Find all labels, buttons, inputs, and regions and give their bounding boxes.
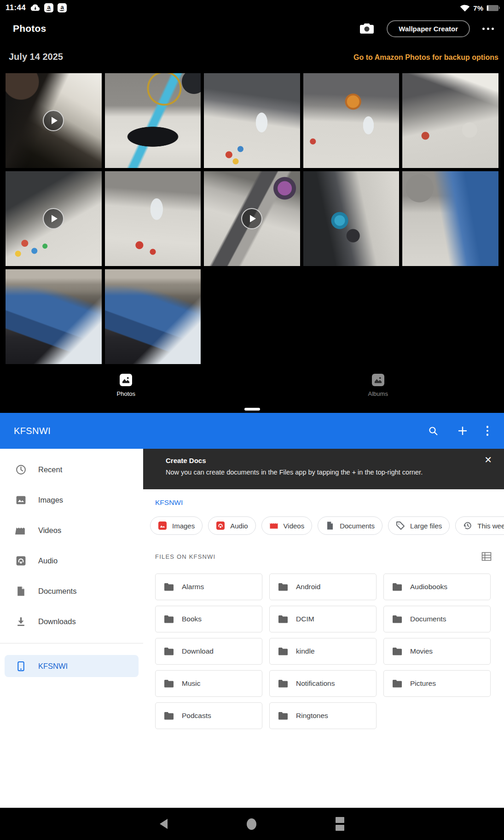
recents-icon[interactable] bbox=[336, 817, 344, 831]
close-icon[interactable]: ✕ bbox=[484, 455, 492, 464]
files-title: KFSNWI bbox=[14, 426, 51, 436]
tab-photos[interactable]: Photos bbox=[0, 374, 252, 407]
sidebar-item-recent[interactable]: Recent bbox=[0, 454, 143, 485]
photo-thumbnail-video[interactable] bbox=[6, 73, 102, 168]
images-chip-icon bbox=[158, 521, 167, 530]
sidebar-item-label: Videos bbox=[38, 526, 61, 535]
chip-videos[interactable]: Videos bbox=[261, 516, 313, 535]
history-icon bbox=[463, 521, 472, 530]
folder-item[interactable]: kindle bbox=[269, 638, 377, 665]
sidebar-item-videos[interactable]: Videos bbox=[0, 515, 143, 545]
filter-chips: Images Audio Videos bbox=[150, 516, 504, 535]
tablet-icon bbox=[15, 660, 27, 672]
search-icon[interactable] bbox=[428, 425, 439, 436]
files-app: KFSNWI Recent Images bbox=[0, 413, 504, 808]
section-label: FILES ON KFSNWI bbox=[155, 553, 215, 560]
photo-thumbnail[interactable] bbox=[105, 73, 201, 168]
audio-icon bbox=[15, 555, 27, 567]
photo-thumbnail[interactable] bbox=[105, 269, 201, 364]
folder-item[interactable]: Ringtones bbox=[269, 702, 377, 729]
photos-tab-bar: Photos Albums bbox=[0, 374, 504, 407]
folder-item[interactable]: Documents bbox=[383, 606, 491, 632]
kebab-menu-icon[interactable] bbox=[487, 426, 489, 436]
files-sidebar: Recent Images Videos Audio bbox=[0, 449, 143, 808]
page-title: Photos bbox=[13, 23, 46, 34]
folder-item[interactable]: Android bbox=[269, 574, 377, 600]
files-content: Create Docs Now you can create documents… bbox=[143, 449, 504, 808]
folder-item[interactable]: Movies bbox=[383, 638, 491, 665]
documents-chip-icon bbox=[325, 521, 335, 530]
photo-thumbnail[interactable] bbox=[204, 73, 300, 168]
sidebar-item-label: Images bbox=[38, 496, 63, 504]
sidebar-item-documents[interactable]: Documents bbox=[0, 576, 143, 606]
sidebar-divider bbox=[0, 643, 143, 643]
home-icon[interactable] bbox=[247, 818, 256, 830]
split-screen-handle[interactable] bbox=[244, 408, 260, 411]
folder-item[interactable]: Pictures bbox=[383, 670, 491, 697]
date-header: July 14 2025 bbox=[9, 52, 63, 62]
photos-header: Photos Wallpaper Creator bbox=[0, 17, 504, 41]
status-bar: 11:44 a a 7% bbox=[0, 2, 504, 14]
clock-time: 11:44 bbox=[6, 3, 26, 12]
plus-icon[interactable] bbox=[457, 425, 468, 436]
sidebar-item-label: Downloads bbox=[38, 617, 76, 626]
folder-item[interactable]: DCIM bbox=[269, 606, 377, 632]
play-icon bbox=[43, 208, 64, 229]
video-icon bbox=[15, 525, 27, 536]
list-view-icon[interactable] bbox=[481, 552, 492, 561]
files-appbar: KFSNWI bbox=[0, 413, 504, 449]
photo-thumbnail-video[interactable] bbox=[6, 171, 102, 266]
videos-chip-icon bbox=[269, 521, 278, 530]
tab-label: Albums bbox=[368, 390, 388, 397]
folder-item[interactable]: Books bbox=[155, 606, 262, 632]
create-docs-banner: Create Docs Now you can create documents… bbox=[143, 449, 504, 489]
chip-this-week[interactable]: This week bbox=[455, 516, 504, 535]
sidebar-item-label: Audio bbox=[38, 556, 58, 565]
albums-tab-icon bbox=[372, 374, 384, 386]
banner-body: Now you can create documents in the File… bbox=[166, 469, 472, 476]
photos-tab-icon bbox=[120, 374, 132, 386]
photo-thumbnail[interactable] bbox=[303, 73, 400, 168]
document-icon bbox=[15, 585, 27, 597]
image-icon bbox=[15, 494, 27, 506]
backup-options-link[interactable]: Go to Amazon Photos for backup options bbox=[353, 53, 498, 62]
sidebar-item-images[interactable]: Images bbox=[0, 485, 143, 515]
chip-audio[interactable]: Audio bbox=[208, 516, 255, 535]
folder-item[interactable]: Download bbox=[155, 638, 262, 665]
sidebar-item-downloads[interactable]: Downloads bbox=[0, 606, 143, 637]
photo-thumbnail[interactable] bbox=[6, 269, 102, 364]
folder-grid: Alarms Android Audiobooks Books DCIM Doc… bbox=[155, 574, 491, 729]
sidebar-item-audio[interactable]: Audio bbox=[0, 545, 143, 576]
overflow-dots-icon[interactable] bbox=[482, 28, 494, 30]
banner-title: Create Docs bbox=[166, 457, 472, 464]
photo-thumbnail[interactable] bbox=[402, 171, 498, 266]
device-label: KFSNWI bbox=[38, 662, 68, 671]
wallpaper-creator-button[interactable]: Wallpaper Creator bbox=[387, 20, 470, 37]
download-icon bbox=[15, 616, 27, 627]
amazon-app-icon: a bbox=[44, 3, 53, 12]
sidebar-item-device-kfsnwi[interactable]: KFSNWI bbox=[5, 655, 139, 677]
photo-thumbnail[interactable] bbox=[402, 73, 498, 168]
breadcrumb[interactable]: KFSNWI bbox=[155, 498, 504, 507]
camera-icon[interactable] bbox=[359, 23, 374, 35]
folder-item[interactable]: Audiobooks bbox=[383, 574, 491, 600]
audio-chip-icon bbox=[216, 521, 225, 530]
folder-item[interactable]: Notifications bbox=[269, 670, 377, 697]
photo-thumbnail-video[interactable] bbox=[204, 171, 300, 266]
tag-icon bbox=[396, 521, 405, 530]
android-nav-bar bbox=[0, 808, 504, 840]
folder-item[interactable]: Podcasts bbox=[155, 702, 262, 729]
chip-large-files[interactable]: Large files bbox=[388, 516, 450, 535]
sidebar-item-label: Recent bbox=[38, 465, 62, 474]
chip-documents[interactable]: Documents bbox=[318, 516, 382, 535]
chip-images[interactable]: Images bbox=[150, 516, 203, 535]
battery-icon bbox=[487, 5, 498, 11]
folder-item[interactable]: Alarms bbox=[155, 574, 262, 600]
photo-thumbnail[interactable] bbox=[303, 171, 400, 266]
tab-albums[interactable]: Albums bbox=[252, 374, 504, 407]
photo-thumbnail[interactable] bbox=[105, 171, 201, 266]
folder-item[interactable]: Music bbox=[155, 670, 262, 697]
clock-icon bbox=[15, 464, 27, 475]
back-icon[interactable] bbox=[160, 819, 168, 829]
wifi-icon bbox=[460, 4, 470, 12]
